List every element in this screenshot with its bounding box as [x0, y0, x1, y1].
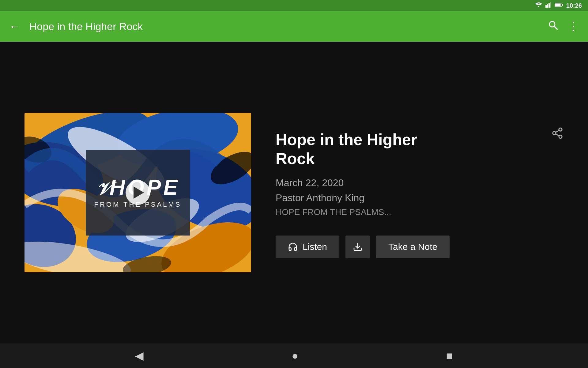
- sermon-pastor: Pastor Anthony King: [276, 192, 564, 204]
- share-button[interactable]: [551, 127, 564, 142]
- svg-line-28: [556, 130, 559, 132]
- action-buttons: Listen Take a Note: [276, 236, 564, 258]
- svg-line-8: [554, 26, 557, 29]
- play-icon: [134, 186, 144, 199]
- app-bar-title: Hope in the Higher Rock: [29, 21, 548, 33]
- svg-rect-2: [548, 3, 550, 8]
- svg-rect-1: [547, 4, 548, 8]
- signal-icon: [545, 2, 552, 9]
- svg-rect-0: [545, 5, 547, 8]
- listen-button[interactable]: Listen: [276, 236, 339, 258]
- download-button[interactable]: [345, 236, 370, 258]
- take-note-button[interactable]: Take a Note: [376, 236, 450, 258]
- listen-label: Listen: [303, 242, 327, 252]
- svg-rect-5: [555, 3, 560, 6]
- svg-rect-3: [550, 2, 551, 8]
- status-time: 10:26: [566, 2, 582, 9]
- sermon-date: March 22, 2020: [276, 177, 564, 189]
- svg-line-27: [556, 134, 559, 136]
- more-button[interactable]: ⋮: [568, 20, 579, 33]
- sermon-thumbnail[interactable]: 𝒱HOPE FROM THE PSALMS: [24, 113, 251, 272]
- search-button[interactable]: [548, 20, 559, 33]
- back-button[interactable]: ←: [9, 21, 20, 32]
- svg-rect-6: [562, 4, 563, 6]
- app-bar: ← Hope in the Higher Rock ⋮: [0, 11, 588, 42]
- play-button[interactable]: [126, 180, 150, 205]
- main-content: 𝒱HOPE FROM THE PSALMS Hope in the Higher…: [0, 42, 588, 343]
- status-bar: 10:26: [0, 0, 588, 11]
- sermon-series: HOPE FROM THE PSALMS...: [276, 207, 564, 217]
- nav-recents-button[interactable]: ■: [446, 349, 453, 362]
- nav-back-button[interactable]: ◀: [135, 349, 144, 362]
- wifi-icon: [535, 2, 542, 9]
- status-icons: 10:26: [535, 2, 582, 9]
- info-panel: Hope in the Higher Rock March 22, 2020 P…: [276, 127, 564, 259]
- bottom-navigation: ◀ ● ■: [0, 343, 588, 368]
- app-bar-actions: ⋮: [548, 20, 579, 33]
- battery-icon: [555, 2, 563, 9]
- nav-home-button[interactable]: ●: [292, 349, 298, 362]
- sermon-title: Hope in the Higher Rock: [276, 130, 429, 168]
